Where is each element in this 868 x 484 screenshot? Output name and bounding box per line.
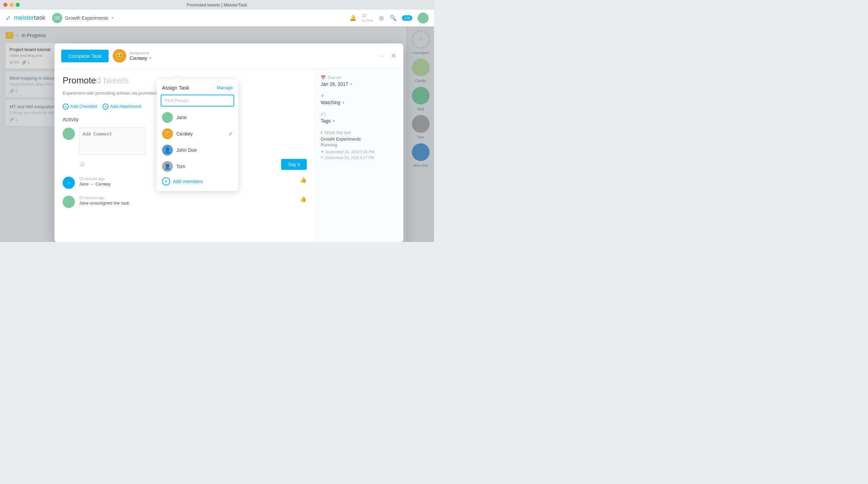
jane-avatar bbox=[162, 112, 173, 123]
about-status: Running bbox=[321, 142, 398, 147]
active-count: 22ACTIVE bbox=[362, 13, 373, 23]
eye-icon: 👁 bbox=[321, 94, 325, 98]
info-icon: ℹ bbox=[321, 130, 322, 135]
comment-input[interactable] bbox=[79, 128, 146, 155]
about-section: ℹ About this task Growth Experiments Run… bbox=[321, 130, 398, 160]
due-date-section: 📅 Due on Jan 26, 2017 ▼ bbox=[321, 75, 398, 87]
find-person-input[interactable] bbox=[161, 95, 234, 107]
add-members-button[interactable]: + Add members bbox=[157, 175, 238, 188]
project-name: Growth Experiments bbox=[65, 15, 108, 21]
assign-dropdown-title: Assign Task bbox=[162, 85, 189, 91]
project-avatar: GE bbox=[52, 13, 62, 23]
main-content: 7 ≈ In Progress Project board tutorial V… bbox=[0, 27, 434, 242]
like-button[interactable]: 👍 bbox=[300, 196, 307, 208]
task-detail-right: 📅 Due on Jan 26, 2017 ▼ 👁 Watching ▼ bbox=[315, 68, 403, 242]
assigned-to-label: Assigned to bbox=[130, 51, 152, 55]
add-checklist-link[interactable]: + Add Checklist bbox=[63, 103, 97, 110]
assign-list-item-silviu[interactable]: 😊 Силвиу ✓ bbox=[157, 126, 238, 142]
add-attachment-link[interactable]: + Add Attachment bbox=[102, 103, 141, 110]
assignee-avatar: 😊 bbox=[113, 49, 126, 63]
logo-text: meistertask bbox=[14, 14, 45, 21]
watching-value[interactable]: Watching ▼ bbox=[321, 100, 398, 105]
tags-section: 🏷 Tags ▼ bbox=[321, 112, 398, 124]
header-right: 🔔 22ACTIVE ⊕ 🔍 128 bbox=[350, 13, 429, 23]
tags-label: 🏷 bbox=[321, 112, 398, 117]
window-title: Promoted tweets | MeisterTask bbox=[187, 2, 247, 7]
activity-avatar: → bbox=[63, 177, 75, 189]
emoji-icon[interactable]: ☺ bbox=[79, 160, 86, 168]
badge-count: 128 bbox=[402, 15, 412, 20]
about-project: Growth Experiments bbox=[321, 136, 398, 142]
edit-icon: ✏ bbox=[321, 155, 324, 160]
app-header: ✓ meistertask GE Growth Experiments ▼ 🔔 … bbox=[0, 10, 434, 27]
due-on-label: 📅 Due on bbox=[321, 75, 398, 80]
calendar-icon: 📅 bbox=[321, 75, 326, 80]
complete-task-button[interactable]: Complete Task bbox=[61, 50, 109, 62]
assign-list-item-johndoe[interactable]: 👤 John Doe bbox=[157, 142, 238, 158]
traffic-lights bbox=[3, 3, 20, 7]
assignee-name[interactable]: Силвиу ▼ bbox=[130, 55, 152, 61]
add-members-icon: + bbox=[162, 177, 170, 185]
assignee-text: Assigned to Силвиу ▼ bbox=[130, 51, 152, 61]
watching-label: 👁 bbox=[321, 94, 398, 98]
search-icon[interactable]: 🔍 bbox=[390, 15, 397, 21]
tags-caret: ▼ bbox=[332, 119, 336, 123]
project-selector[interactable]: GE Growth Experiments ▼ bbox=[52, 13, 114, 23]
watching-caret: ▼ bbox=[342, 101, 345, 104]
modal-actions: ··· ✕ bbox=[378, 52, 397, 60]
selected-check-icon: ✓ bbox=[228, 131, 233, 137]
add-icon[interactable]: ⊕ bbox=[379, 14, 384, 22]
about-modified: ✏ September 26, 2016 5:17 PM bbox=[321, 155, 398, 160]
chevron-down-icon: ▼ bbox=[111, 16, 114, 20]
commenter-avatar bbox=[63, 128, 75, 140]
more-options-button[interactable]: ··· bbox=[378, 52, 385, 60]
johndoe-avatar: 👤 bbox=[162, 145, 173, 156]
assign-list: Jane 😊 Силвиу ✓ 👤 John Doe 👤 Tom bbox=[157, 109, 238, 175]
assign-list-item-jane[interactable]: Jane bbox=[157, 109, 238, 126]
about-created: ★ September 26, 2016 5:05 PM bbox=[321, 149, 398, 154]
assign-dropdown-header: Assign Task Manage bbox=[157, 85, 238, 95]
activity-content: 15 minutes ago Jane unassigned the task bbox=[79, 196, 296, 208]
notification-icon[interactable]: 🔔 bbox=[350, 15, 356, 21]
activity-text: Jane unassigned the task bbox=[79, 200, 296, 206]
minimize-light[interactable] bbox=[10, 3, 14, 7]
star-icon: ★ bbox=[321, 149, 324, 154]
user-avatar[interactable] bbox=[418, 13, 429, 23]
assignee-info: 😊 Assigned to Силвиу ▼ bbox=[113, 49, 152, 63]
assignee-dropdown-caret: ▼ bbox=[149, 56, 152, 60]
fullscreen-light[interactable] bbox=[16, 3, 20, 7]
assign-list-item-tom[interactable]: 👤 Tom bbox=[157, 158, 238, 175]
close-light[interactable] bbox=[3, 3, 7, 7]
jane-name: Jane bbox=[176, 115, 233, 120]
assign-task-dropdown: Assign Task Manage Jane 😊 Силвиу ✓ 👤 Joh… bbox=[157, 79, 238, 191]
silviu-avatar: 😊 bbox=[162, 128, 173, 139]
johndoe-name: John Doe bbox=[176, 147, 233, 153]
logo-check-icon: ✓ bbox=[5, 14, 11, 22]
manage-link[interactable]: Manage bbox=[217, 85, 233, 90]
activity-time: 15 minutes ago bbox=[79, 196, 296, 200]
activity-avatar bbox=[63, 196, 75, 208]
logo-area: ✓ meistertask bbox=[5, 14, 45, 22]
tom-name: Tom bbox=[176, 164, 233, 169]
modal-header: Complete Task 😊 Assigned to Силвиу ▼ ···… bbox=[54, 44, 403, 68]
about-label: ℹ About this task bbox=[321, 130, 398, 135]
plus-icon: + bbox=[102, 103, 109, 110]
activity-item: 15 minutes ago Jane unassigned the task … bbox=[63, 196, 307, 208]
due-date-caret: ▼ bbox=[350, 82, 353, 86]
close-modal-button[interactable]: ✕ bbox=[391, 52, 397, 60]
say-it-button[interactable]: Say it bbox=[281, 159, 307, 170]
tom-avatar: 👤 bbox=[162, 161, 173, 172]
plus-icon: + bbox=[63, 103, 69, 110]
like-button[interactable]: 👍 bbox=[300, 177, 307, 189]
silviu-name: Силвиу bbox=[176, 131, 225, 136]
due-date-value[interactable]: Jan 26, 2017 ▼ bbox=[321, 81, 398, 87]
watching-section: 👁 Watching ▼ bbox=[321, 94, 398, 105]
tags-value[interactable]: Tags ▼ bbox=[321, 118, 398, 124]
tag-icon: 🏷 bbox=[321, 112, 325, 117]
titlebar: Promoted tweets | MeisterTask bbox=[0, 0, 434, 10]
